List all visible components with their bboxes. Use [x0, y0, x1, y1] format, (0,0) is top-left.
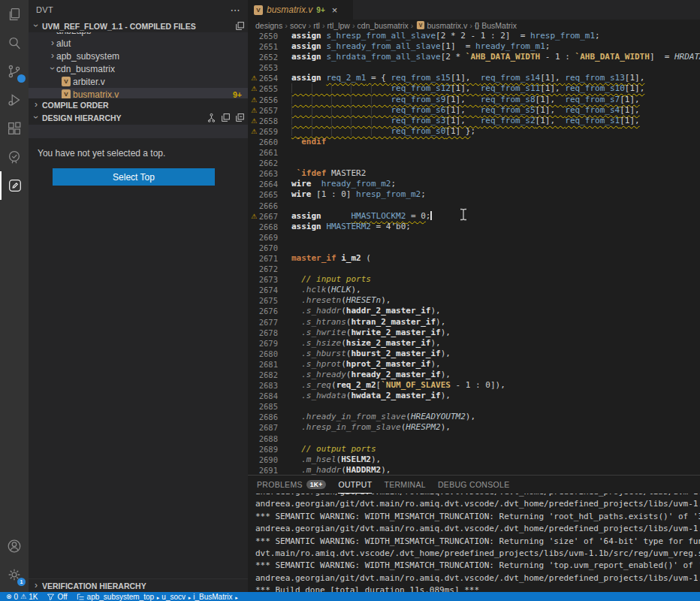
- code-line-2677[interactable]: 2677 .s_htrans(htran_2_master_if),: [248, 317, 700, 328]
- code-line-2656[interactable]: ⚠2656 req_from_s9[1], req_from_s8[1], re…: [248, 95, 700, 105]
- type-hierarchy-icon[interactable]: [207, 113, 216, 122]
- tree-item-cdn_busmatrix[interactable]: ›cdn_busmatrix: [29, 62, 248, 75]
- run-debug-icon[interactable]: [0, 86, 29, 114]
- warning-icon: ⚠: [20, 593, 26, 600]
- code-line-2680[interactable]: 2680 .s_hburst(hburst_2_master_if),: [248, 349, 700, 359]
- breadcrumb-item-socv[interactable]: socv: [290, 21, 306, 30]
- line-number: 2662: [248, 158, 285, 168]
- collapse-all-icon[interactable]: [235, 21, 245, 31]
- tab-output[interactable]: OUTPUT: [338, 476, 372, 494]
- code-line-2671[interactable]: 2671master_if i_m2 (: [248, 253, 700, 264]
- code-line-2651[interactable]: 2651assign s_hready_from_all_slave[1] = …: [248, 41, 700, 52]
- output-log[interactable]: andreea.georgian/git/dvt.main/ro.amiq.dv…: [248, 494, 700, 592]
- code-line-2675[interactable]: 2675 .hresetn(HRESETn),: [248, 295, 700, 306]
- line-number: 2677: [248, 317, 285, 328]
- tab-problems[interactable]: PROBLEMS 1K+: [257, 476, 326, 494]
- line-number: 2688: [248, 433, 285, 444]
- code-line-2652[interactable]: 2652assign s_hrdata_from_all_slave[2 * `…: [248, 52, 700, 62]
- code-line-2687[interactable]: 2687 .hresp_in_from_slave(HRESPM2),: [248, 422, 700, 433]
- code-line-2657[interactable]: ⚠2657 req_from_s6[1], req_from_s5[1], re…: [248, 105, 700, 116]
- design-hierarchy-empty-row: [29, 125, 248, 138]
- line-number: ⚠2659: [248, 126, 285, 137]
- tab-terminal[interactable]: TERMINAL: [384, 476, 426, 494]
- section-compiled-files[interactable]: › UVM_REF_FLOW_1.1 - COMPILED FILES: [29, 20, 248, 32]
- code-text: .hresp_in_from_slave(HRESPM2),: [285, 422, 451, 433]
- breadcrumb-item-rtl[interactable]: rtl: [313, 21, 320, 30]
- search-icon[interactable]: [0, 29, 29, 57]
- section-design-hierarchy[interactable]: › DESIGN HIERARCHY: [29, 111, 248, 124]
- settings-gear-icon[interactable]: 1: [0, 560, 29, 589]
- code-line-2660[interactable]: 2660 `endif: [248, 137, 700, 147]
- tree-item-apb_subsystem[interactable]: ›apb_subsystem: [29, 50, 248, 62]
- code-line-2668[interactable]: 2668assign HMASTERM2 = 4'b0;: [248, 222, 700, 232]
- line-number: 2670: [248, 243, 285, 253]
- code-line-2663[interactable]: 2663 `ifdef MASTER2: [248, 168, 700, 179]
- code-editor[interactable]: 2650assign s_hresp_from_all_slave[2 * 2 …: [248, 31, 700, 475]
- tree-item-arbiter.v[interactable]: Varbiter.v: [29, 75, 248, 88]
- account-icon[interactable]: [0, 532, 29, 560]
- design-hierarchy-path[interactable]: apb_subsystem_top ▸ u_socv ▸ i_BusMatrix…: [77, 593, 239, 601]
- code-line-2674[interactable]: 2674 .hclk(HCLK),: [248, 285, 700, 295]
- breadcrumb-item-designs[interactable]: designs: [255, 21, 282, 30]
- code-line-2661[interactable]: 2661: [248, 147, 700, 158]
- list-tree-icon: [77, 593, 85, 601]
- code-line-2682[interactable]: 2682 .s_hready(hready_2_master_if),: [248, 370, 700, 380]
- code-line-2670[interactable]: 2670: [248, 243, 700, 253]
- tab-busmatrix[interactable]: V busmatrix.v 9+ ×: [248, 0, 353, 20]
- code-line-2650[interactable]: 2650assign s_hresp_from_all_slave[2 * 2 …: [248, 31, 700, 41]
- line-number: 2678: [248, 328, 285, 338]
- code-line-2690[interactable]: 2690 .m_hsel(HSELM2),: [248, 455, 700, 465]
- tab-debug-console[interactable]: DEBUG CONSOLE: [438, 476, 510, 494]
- output-line: dvt.main/ro.amiq.dvt.vscode/.dvt_home/pr…: [255, 548, 692, 560]
- code-line-2672[interactable]: 2672: [248, 264, 700, 274]
- section-verification-hierarchy[interactable]: › VERIFICATION HIERARCHY: [29, 578, 248, 592]
- hierarchy-separator: ▸: [189, 595, 192, 600]
- extensions-icon[interactable]: [0, 114, 29, 143]
- verification-icon[interactable]: [0, 143, 29, 171]
- code-line-2685[interactable]: 2685: [248, 401, 700, 412]
- code-line-2689[interactable]: 2689 // output ports: [248, 444, 700, 455]
- code-line-2673[interactable]: 2673 // input ports: [248, 274, 700, 285]
- source-control-icon[interactable]: [0, 57, 29, 86]
- code-line-2658[interactable]: ⚠2658 req_from_s3[1], req_from_s2[1], re…: [248, 116, 700, 126]
- close-tab-icon[interactable]: ×: [332, 5, 338, 16]
- warning-icon: ⚠: [251, 105, 257, 116]
- more-actions-icon[interactable]: ⋯: [231, 5, 240, 16]
- tree-item-busmatrix.v[interactable]: Vbusmatrix.v9+: [29, 88, 248, 98]
- code-line-2666[interactable]: 2666: [248, 201, 700, 211]
- problems-status[interactable]: ⊗ 0 ⚠ 1K: [6, 593, 38, 601]
- code-line-2683[interactable]: 2683 .s_req(req_2_m2[`NUM_OF_SLAVES - 1 …: [248, 380, 700, 391]
- code-line-2684[interactable]: 2684 .s_hwdata(hwdata_2_master_if),: [248, 391, 700, 401]
- code-line-2654[interactable]: ⚠2654assign req_2_m1 = { req_from_s15[1]…: [248, 73, 700, 83]
- code-line-2679[interactable]: 2679 .s_hsize(hsize_2_master_if),: [248, 338, 700, 349]
- breadcrumb-item-rtl_lpw[interactable]: rtl_lpw: [327, 21, 350, 30]
- code-line-2653[interactable]: 2653: [248, 62, 700, 73]
- code-line-2669[interactable]: 2669: [248, 232, 700, 243]
- breadcrumb-item-cdn_busmatrix[interactable]: cdn_busmatrix: [358, 21, 409, 30]
- breadcrumb-item-busmatrix.v[interactable]: Vbusmatrix.v: [416, 20, 468, 30]
- code-line-2667[interactable]: ⚠2667assign HMASTLOCKM2 = 0;: [248, 211, 700, 222]
- code-line-2662[interactable]: 2662: [248, 158, 700, 168]
- breadcrumb-item-BusMatrix[interactable]: {}BusMatrix: [475, 21, 517, 30]
- code-line-2688[interactable]: 2688: [248, 433, 700, 444]
- select-top-button[interactable]: Select Top: [53, 168, 215, 186]
- code-line-2681[interactable]: 2681 .s_hprot(hprot_2_master_if),: [248, 359, 700, 370]
- filter-status[interactable]: Off: [47, 593, 67, 601]
- code-line-2686[interactable]: 2686 .hready_in_from_slave(HREADYOUTM2),: [248, 412, 700, 422]
- copy-icon[interactable]: [221, 113, 231, 122]
- explorer-icon[interactable]: [0, 0, 29, 29]
- dvt-icon[interactable]: [0, 171, 29, 200]
- tree-item-alut[interactable]: ›alut: [29, 37, 248, 50]
- code-line-2676[interactable]: 2676 .s_haddr(haddr_2_master_if),: [248, 306, 700, 316]
- verilog-file-icon: V: [416, 21, 424, 29]
- code-line-2664[interactable]: 2664wire hready_from_m2;: [248, 179, 700, 189]
- collapse-all-icon[interactable]: [235, 113, 245, 122]
- code-line-2655[interactable]: ⚠2655 req_from_s12[1], req_from_s11[1], …: [248, 83, 700, 94]
- code-line-2659[interactable]: ⚠2659 req_from_s0[1] };: [248, 126, 700, 137]
- code-line-2665[interactable]: 2665wire [1 : 0] hresp_from_m2;: [248, 189, 700, 200]
- code-line-2691[interactable]: 2691 .m_haddr(HADDRM2),: [248, 465, 700, 475]
- code-line-2678[interactable]: 2678 .s_hwrite(hwrite_2_master_if),: [248, 328, 700, 338]
- section-compile-order[interactable]: › COMPILE ORDER: [29, 98, 248, 111]
- tab-bar: V busmatrix.v 9+ ×: [248, 0, 700, 20]
- breadcrumb: designs›socv›rtl›rtl_lpw›cdn_busmatrix›V…: [248, 20, 700, 31]
